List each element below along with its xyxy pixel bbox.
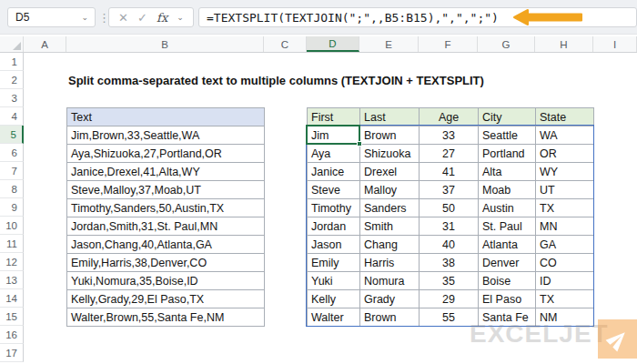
cell-D15[interactable]: Walter (308, 308, 360, 327)
row-header-12[interactable]: 12 (0, 253, 24, 271)
cell-D8[interactable]: Steve (308, 181, 360, 199)
enter-icon[interactable]: ✓ (137, 12, 147, 24)
row-header-17[interactable]: 17 (0, 344, 24, 362)
cell-D7[interactable]: Janice (308, 163, 360, 181)
cell-H11[interactable]: GA (536, 236, 594, 254)
cell-B7[interactable]: Janice,Drexel,41,Alta,WY (67, 163, 265, 181)
cell-H15[interactable]: NM (536, 308, 594, 327)
row-header-16[interactable]: 16 (0, 326, 24, 344)
cell-G13[interactable]: Boise (479, 272, 536, 290)
select-all-button[interactable] (0, 36, 24, 52)
row-header-11[interactable]: 11 (0, 235, 24, 253)
cell-B15[interactable]: Walter,Brown,55,Santa Fe,NM (67, 308, 265, 327)
cell-F13[interactable]: 35 (420, 272, 479, 290)
cell-H6[interactable]: OR (536, 145, 594, 163)
cell-F5[interactable]: 33 (420, 126, 479, 145)
cell-G8[interactable]: Moab (479, 181, 536, 199)
cell-E14[interactable]: Grady (360, 290, 420, 308)
cell-F8[interactable]: 37 (420, 181, 479, 199)
cell-H13[interactable]: ID (536, 272, 594, 290)
cell-D4-header[interactable]: First (308, 108, 360, 126)
cell-H4-header[interactable]: State (536, 108, 594, 126)
cell-E6[interactable]: Shizuoka (360, 145, 420, 163)
cell-D10[interactable]: Jordan (308, 217, 360, 236)
cell-G15[interactable]: Santa Fe (479, 308, 536, 327)
cell-E8[interactable]: Malloy (360, 181, 420, 199)
cell-H9[interactable]: TX (536, 199, 594, 217)
cell-B6[interactable]: Aya,Shizuoka,27,Portland,OR (67, 145, 265, 163)
cell-E11[interactable]: Chang (360, 236, 420, 254)
cell-E9[interactable]: Sanders (360, 199, 420, 217)
cell-G10[interactable]: St. Paul (479, 217, 536, 236)
cell-F10[interactable]: 31 (420, 217, 479, 236)
fill-handle[interactable] (357, 141, 362, 147)
row-header-5[interactable]: 5 (0, 126, 24, 144)
column-header-H[interactable]: H (535, 36, 593, 52)
cell-D13[interactable]: Yuki (308, 272, 360, 290)
name-box[interactable]: D5 ⌄ (7, 7, 96, 27)
column-header-I[interactable]: I (593, 36, 637, 52)
insert-function-icon[interactable]: fx (157, 12, 167, 24)
cell-G11[interactable]: Atlanta (479, 236, 536, 254)
cell-E7[interactable]: Drexel (360, 163, 420, 181)
cell-F9[interactable]: 50 (420, 199, 479, 217)
cell-E4-header[interactable]: Last (360, 108, 420, 126)
column-header-D[interactable]: D (307, 36, 359, 52)
cell-E12[interactable]: Harris (360, 254, 420, 272)
row-header-9[interactable]: 9 (0, 198, 24, 217)
column-header-C[interactable]: C (264, 36, 307, 52)
cell-F4-header[interactable]: Age (420, 108, 479, 126)
row-header-4[interactable]: 4 (0, 107, 24, 126)
cell-B13[interactable]: Yuki,Nomura,35,Boise,ID (67, 272, 265, 290)
cell-E5[interactable]: Brown (360, 126, 420, 145)
cell-D14[interactable]: Kelly (308, 290, 360, 308)
cell-H12[interactable]: CO (536, 254, 594, 272)
cancel-icon[interactable]: ✕ (118, 12, 128, 24)
row-header-7[interactable]: 7 (0, 162, 24, 180)
cell-H14[interactable]: TX (536, 290, 594, 308)
row-header-2[interactable]: 2 (0, 71, 24, 89)
cell-E10[interactable]: Smith (360, 217, 420, 236)
cell-F6[interactable]: 27 (420, 145, 479, 163)
column-header-F[interactable]: F (419, 36, 478, 52)
row-header-14[interactable]: 14 (0, 289, 24, 308)
cell-F15[interactable]: 55 (420, 308, 479, 327)
cell-B9[interactable]: Timothy,Sanders,50,Austin,TX (67, 199, 265, 217)
column-header-G[interactable]: G (478, 36, 535, 52)
cell-B2-title[interactable]: Split comma-separated text to multiple c… (68, 74, 484, 87)
cell-F11[interactable]: 40 (420, 236, 479, 254)
row-header-1[interactable]: 1 (0, 53, 24, 71)
cell-B10[interactable]: Jordan,Smith,31,St. Paul,MN (67, 217, 265, 236)
cell-B12[interactable]: Emily,Harris,38,Denver,CO (67, 254, 265, 272)
cell-G9[interactable]: Austin (479, 199, 536, 217)
cell-H8[interactable]: UT (536, 181, 594, 199)
cell-D6[interactable]: Aya (308, 145, 360, 163)
cell-B5[interactable]: Jim,Brown,33,Seattle,WA (67, 126, 265, 145)
cell-B4-header[interactable]: Text (67, 108, 265, 126)
cell-F14[interactable]: 29 (420, 290, 479, 308)
cell-D5[interactable]: Jim (308, 126, 360, 145)
cell-D12[interactable]: Emily (308, 254, 360, 272)
cell-B8[interactable]: Steve,Malloy,37,Moab,UT (67, 181, 265, 199)
cell-B14[interactable]: Kelly,Grady,29,El Paso,TX (67, 290, 265, 308)
cell-D11[interactable]: Jason (308, 236, 360, 254)
cell-G6[interactable]: Portland (479, 145, 536, 163)
cell-F7[interactable]: 41 (420, 163, 479, 181)
row-header-6[interactable]: 6 (0, 144, 24, 162)
cell-E13[interactable]: Nomura (360, 272, 420, 290)
row-header-8[interactable]: 8 (0, 180, 24, 198)
column-header-E[interactable]: E (359, 36, 419, 52)
cell-H5[interactable]: WA (536, 126, 594, 145)
cell-G12[interactable]: Denver (479, 254, 536, 272)
cell-G4-header[interactable]: City (479, 108, 536, 126)
column-header-A[interactable]: A (24, 36, 66, 52)
cell-H10[interactable]: MN (536, 217, 594, 236)
row-header-15[interactable]: 15 (0, 308, 24, 326)
column-header-B[interactable]: B (66, 36, 264, 52)
cell-G14[interactable]: El Paso (479, 290, 536, 308)
cell-F12[interactable]: 38 (420, 254, 479, 272)
row-header-3[interactable]: 3 (0, 89, 24, 107)
cell-E15[interactable]: Brown (360, 308, 420, 327)
cell-G7[interactable]: Alta (479, 163, 536, 181)
row-header-10[interactable]: 10 (0, 217, 24, 235)
